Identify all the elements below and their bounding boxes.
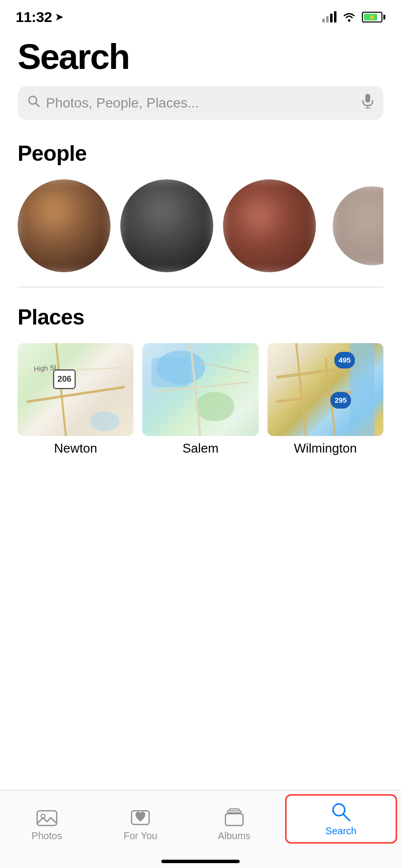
signal-bar-2	[326, 16, 329, 22]
battery-body: ⚡	[362, 12, 382, 22]
for-you-tab-icon	[131, 808, 150, 826]
svg-line-20	[276, 368, 352, 377]
svg-rect-3	[365, 94, 370, 103]
svg-line-18	[200, 363, 249, 372]
place-map-wilmington: 495 295	[267, 343, 383, 436]
svg-rect-14	[152, 358, 191, 387]
places-grid: High St 206 Newton	[18, 343, 383, 456]
search-tab-label: Search	[326, 825, 356, 837]
svg-text:495: 495	[338, 356, 351, 364]
svg-line-35	[343, 814, 350, 821]
svg-rect-28	[37, 811, 57, 825]
tab-photos[interactable]: Photos	[0, 790, 94, 853]
map-svg-salem	[142, 343, 258, 436]
microphone-icon[interactable]	[362, 94, 374, 112]
places-section: Places High St 206	[18, 305, 383, 456]
wifi-icon	[341, 11, 357, 23]
place-map-newton: High St 206	[18, 343, 134, 436]
map-svg-newton: High St 206	[18, 343, 134, 436]
photos-tab-icon	[36, 808, 58, 826]
signal-bar-3	[330, 14, 333, 22]
avatar-image-4	[333, 186, 383, 265]
page-title: Search	[18, 39, 383, 74]
svg-line-22	[296, 343, 306, 436]
tab-albums[interactable]: Albums	[187, 790, 281, 853]
svg-text:206: 206	[57, 374, 71, 384]
people-section-title: People	[18, 141, 383, 166]
svg-rect-33	[229, 809, 239, 811]
svg-line-2	[36, 103, 39, 107]
place-item-newton[interactable]: High St 206 Newton	[18, 343, 134, 456]
map-svg-wilmington: 495 295	[267, 343, 383, 436]
location-arrow-icon: ➤	[55, 11, 64, 23]
albums-tab-label: Albums	[218, 830, 250, 842]
svg-point-12	[90, 412, 120, 431]
albums-tab-icon	[223, 808, 245, 826]
svg-text:295: 295	[334, 396, 347, 404]
search-placeholder: Photos, People, Places...	[46, 95, 356, 111]
svg-point-15	[196, 392, 235, 421]
home-indicator	[161, 860, 240, 863]
main-content: Search Photos, People, Places... People	[0, 29, 401, 456]
section-divider	[18, 287, 383, 287]
place-map-salem	[142, 343, 258, 436]
status-icons: ⚡	[322, 11, 385, 23]
place-name-newton: Newton	[18, 441, 134, 456]
avatar-image-3	[223, 179, 316, 272]
status-time: 11:32	[16, 9, 52, 25]
svg-point-0	[348, 20, 351, 22]
svg-rect-31	[225, 814, 243, 825]
search-bar[interactable]: Photos, People, Places...	[18, 86, 383, 120]
svg-line-7	[56, 343, 66, 436]
place-name-wilmington: Wilmington	[267, 441, 383, 456]
signal-bar-4	[334, 11, 336, 22]
place-item-salem[interactable]: Salem	[142, 343, 258, 456]
for-you-tab-label: For You	[124, 830, 157, 842]
people-section: People	[18, 141, 383, 287]
tab-for-you[interactable]: For You	[94, 790, 188, 853]
place-name-salem: Salem	[142, 441, 258, 456]
places-section-title: Places	[18, 305, 383, 329]
svg-line-6	[27, 387, 125, 402]
person-avatar-1[interactable]	[18, 179, 111, 272]
avatar-image-2	[120, 179, 213, 272]
people-row	[18, 179, 383, 287]
avatar-image-1	[18, 179, 111, 272]
battery-bolt-icon: ⚡	[368, 14, 376, 21]
place-item-wilmington[interactable]: 495 295 Wilmington	[267, 343, 383, 456]
tab-bar: Photos For You Albums Search	[0, 790, 401, 868]
search-tab-icon	[330, 801, 352, 822]
status-bar: 11:32 ➤ ⚡	[0, 0, 401, 29]
battery-indicator: ⚡	[362, 12, 385, 22]
battery-tip	[383, 15, 385, 20]
person-avatar-2[interactable]	[120, 179, 213, 272]
search-icon	[27, 95, 40, 111]
person-avatar-4[interactable]	[333, 186, 383, 265]
person-avatar-3[interactable]	[223, 179, 316, 272]
signal-bar-1	[322, 19, 325, 22]
signal-bars	[322, 12, 336, 22]
tab-search[interactable]: Search	[285, 794, 398, 844]
photos-tab-label: Photos	[32, 830, 62, 842]
